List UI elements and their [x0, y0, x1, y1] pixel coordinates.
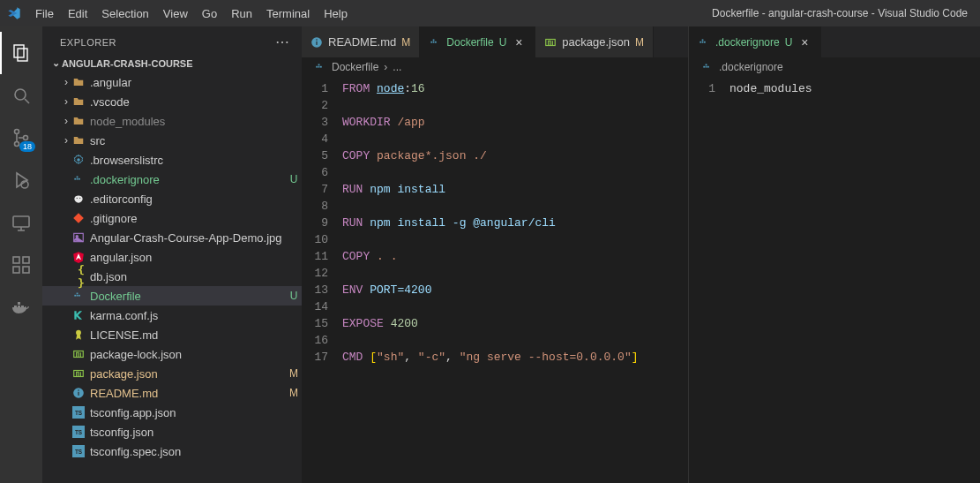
folder-row[interactable]: src — [42, 131, 302, 150]
code-line[interactable]: COPY package*.json ./ — [342, 147, 688, 164]
code-line[interactable]: COPY . . — [342, 248, 688, 265]
ts-icon: TS — [72, 426, 90, 438]
svg-rect-53 — [316, 66, 318, 68]
menu-go[interactable]: Go — [195, 4, 224, 24]
code-line[interactable] — [342, 332, 688, 349]
file-row[interactable]: TStsconfig.json — [42, 422, 302, 441]
source-control-icon[interactable]: 18 — [0, 117, 42, 159]
file-row[interactable]: package.jsonM — [42, 364, 302, 383]
token-kw: FROM — [342, 82, 370, 95]
file-label: Angular-Crash-Course-App-Demo.jpg — [90, 231, 286, 245]
git-status: M — [401, 36, 410, 49]
folder-row[interactable]: .angular — [42, 72, 302, 92]
svg-rect-59 — [704, 41, 706, 42]
svg-rect-22 — [77, 178, 79, 180]
code-line[interactable] — [342, 231, 688, 248]
breadcrumb-left[interactable]: Dockerfile › ... — [302, 57, 688, 77]
svg-rect-61 — [703, 66, 705, 68]
svg-rect-51 — [433, 39, 435, 41]
token-kw: EXPOSE — [342, 317, 384, 330]
file-label: package.json — [90, 367, 286, 381]
breadcrumb-right[interactable]: .dockerignore — [689, 57, 980, 77]
code-line[interactable]: node_modules — [729, 80, 980, 97]
menu-terminal[interactable]: Terminal — [259, 4, 317, 24]
svg-rect-62 — [706, 66, 707, 68]
file-row[interactable]: .browserslistrc — [42, 150, 302, 170]
file-row[interactable]: TStsconfig.spec.json — [42, 441, 302, 461]
editor-tab[interactable]: README.mdM — [302, 26, 420, 57]
code-line[interactable] — [342, 97, 688, 114]
sidebar-section-label: ANGULAR-CRASH-COURSE — [62, 58, 193, 69]
docker-icon — [429, 36, 441, 49]
remote-icon[interactable] — [0, 201, 42, 244]
svg-rect-58 — [702, 41, 704, 42]
file-row[interactable]: README.mdM — [42, 383, 302, 403]
editor-tab[interactable]: package.jsonM — [535, 26, 654, 57]
tab-label: Dockerfile — [446, 36, 493, 49]
docker-icon[interactable] — [0, 286, 42, 328]
menu-selection[interactable]: Selection — [94, 4, 155, 24]
title-bar: File Edit Selection View Go Run Terminal… — [0, 0, 980, 26]
code-line[interactable]: WORKDIR /app — [342, 114, 688, 131]
npm-icon — [544, 36, 557, 49]
file-row[interactable]: TStsconfig.app.json — [42, 403, 302, 422]
menu-run[interactable]: Run — [224, 4, 259, 24]
code-line[interactable]: FROM node:16 — [342, 80, 688, 97]
code-line[interactable]: RUN npm install — [342, 181, 688, 198]
file-row[interactable]: DockerfileU — [42, 286, 302, 306]
close-icon[interactable]: × — [797, 35, 812, 49]
editor-tab[interactable]: .dockerignoreU× — [689, 26, 821, 57]
tab-label: README.md — [328, 35, 396, 49]
tab-label: .dockerignore — [715, 36, 780, 49]
file-row[interactable]: karma.conf.js — [42, 306, 302, 325]
file-row[interactable]: { }db.json — [42, 267, 302, 286]
line-number: 8 — [302, 198, 328, 215]
editor-tab[interactable]: DockerfileU× — [420, 26, 535, 57]
token-path: /app — [397, 116, 424, 129]
code-line[interactable] — [342, 265, 688, 282]
file-row[interactable]: .gitignore — [42, 208, 302, 228]
search-icon[interactable] — [0, 74, 42, 117]
explorer-icon[interactable] — [0, 32, 42, 74]
code-line[interactable] — [342, 298, 688, 315]
close-icon[interactable]: × — [512, 35, 526, 49]
file-label: src — [90, 134, 286, 147]
extensions-icon[interactable] — [0, 244, 42, 286]
menu-file[interactable]: File — [28, 4, 61, 24]
menu-edit[interactable]: Edit — [61, 4, 94, 24]
code-line[interactable]: EXPOSE 4200 — [342, 315, 688, 332]
menu-help[interactable]: Help — [317, 4, 355, 24]
code-right[interactable]: node_modules — [726, 77, 980, 483]
editor-right[interactable]: 1 node_modules — [689, 77, 980, 483]
file-row[interactable]: .dockerignoreU — [42, 170, 302, 189]
token-br: ] — [632, 351, 639, 364]
code-line[interactable]: ENV PORT=4200 — [342, 282, 688, 298]
code-line[interactable] — [342, 198, 688, 215]
run-debug-icon[interactable] — [0, 159, 42, 201]
sidebar-more-icon[interactable]: ⋯ — [275, 34, 290, 50]
breadcrumb-item[interactable]: ... — [393, 61, 401, 73]
code-line[interactable]: CMD ["sh", "-c", "ng serve --host=0.0.0.… — [342, 349, 688, 366]
token-plain — [370, 250, 377, 263]
ts-icon: TS — [72, 445, 90, 457]
file-row[interactable]: Angular-Crash-Course-App-Demo.jpg — [42, 228, 302, 247]
file-row[interactable]: .editorconfig — [42, 189, 302, 208]
code-line[interactable] — [342, 131, 688, 147]
file-tree: .angular.vscodenode_modulessrc.browsersl… — [42, 72, 302, 483]
token-kw: RUN — [342, 183, 363, 196]
line-number: 17 — [302, 349, 328, 366]
file-row[interactable]: package-lock.json — [42, 344, 302, 364]
menu-view[interactable]: View — [156, 4, 195, 24]
sidebar-title: EXPLORER — [60, 37, 116, 48]
file-row[interactable]: LICENSE.md — [42, 325, 302, 344]
breadcrumb-item[interactable]: Dockerfile — [332, 61, 378, 73]
docker-icon — [314, 61, 326, 73]
breadcrumb-item[interactable]: .dockerignore — [719, 61, 783, 73]
code-left[interactable]: FROM node:16WORKDIR /appCOPY package*.js… — [339, 77, 688, 483]
sidebar-section-header[interactable]: ANGULAR-CRASH-COURSE — [42, 54, 302, 72]
editor-left[interactable]: 1234567891011121314151617 FROM node:16WO… — [302, 77, 688, 483]
folder-row[interactable]: node_modules — [42, 111, 302, 131]
code-line[interactable] — [342, 164, 688, 181]
folder-row[interactable]: .vscode — [42, 92, 302, 111]
code-line[interactable]: RUN npm install -g @angular/cli — [342, 215, 688, 231]
